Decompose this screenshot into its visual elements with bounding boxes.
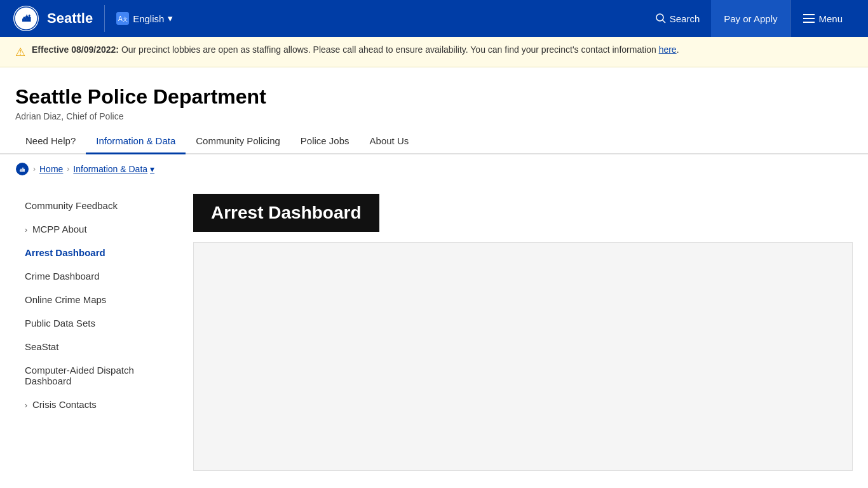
svg-text:🏙: 🏙 (20, 167, 25, 173)
search-label: Search (670, 13, 700, 24)
language-selector[interactable]: A 文 English ▾ (105, 12, 173, 25)
alert-message: Our precinct lobbies are open as staffin… (121, 44, 656, 55)
warning-icon: ⚠ (15, 45, 25, 59)
breadcrumb-section[interactable]: Information & Data ▾ (73, 164, 154, 174)
sidebar-item-crime-dashboard[interactable]: Crime Dashboard (15, 264, 178, 288)
nav-item-about-us[interactable]: About Us (360, 129, 419, 154)
department-title: Seattle Police Department (15, 85, 853, 109)
chevron-right-icon-crisis: › (25, 401, 27, 410)
lang-chevron-icon: ▾ (168, 13, 173, 24)
menu-button[interactable]: Menu (790, 0, 855, 37)
header-actions: Search Pay or Apply Menu (644, 0, 855, 37)
translate-icon: A 文 (116, 12, 129, 25)
department-header: Seattle Police Department Adrian Diaz, C… (0, 67, 868, 129)
sidebar-item-seastat[interactable]: SeaStat (15, 335, 178, 358)
main-content: Arrest Dashboard (193, 194, 853, 471)
breadcrumb-home[interactable]: Home (39, 164, 63, 174)
sidebar-item-mcpp-about[interactable]: › MCPP About (15, 217, 178, 241)
svg-text:A: A (118, 15, 123, 22)
header-logo-area: 🏙 Seattle (13, 5, 105, 32)
menu-label: Menu (818, 13, 843, 24)
nav-item-need-help[interactable]: Need Help? (15, 129, 86, 154)
alert-text: Effective 08/09/2022: Our precinct lobbi… (32, 44, 679, 55)
alert-banner: ⚠ Effective 08/09/2022: Our precinct lob… (0, 37, 868, 67)
sidebar: Community Feedback › MCPP About Arrest D… (15, 194, 193, 471)
breadcrumb-sep-1: › (33, 165, 36, 173)
nav-item-police-jobs[interactable]: Police Jobs (290, 129, 360, 154)
svg-text:🏙: 🏙 (22, 14, 31, 24)
city-name: Seattle (47, 10, 93, 27)
breadcrumb: 🏙 › Home › Information & Data ▾ (0, 154, 868, 184)
search-icon (656, 13, 666, 24)
sidebar-item-online-crime-maps[interactable]: Online Crime Maps (15, 288, 178, 311)
page-title-banner: Arrest Dashboard (193, 194, 379, 232)
site-header: 🏙 Seattle A 文 English ▾ Search Pay or Ap… (0, 0, 868, 37)
svg-line-7 (662, 20, 665, 24)
pay-label: Pay or Apply (724, 13, 777, 24)
sidebar-item-public-data-sets[interactable]: Public Data Sets (15, 311, 178, 335)
department-subtitle: Adrian Diaz, Chief of Police (15, 111, 853, 121)
page-title: Arrest Dashboard (211, 203, 362, 222)
sidebar-item-crisis-contacts[interactable]: › Crisis Contacts (15, 393, 178, 416)
sidebar-item-arrest-dashboard[interactable]: Arrest Dashboard (15, 241, 178, 264)
alert-link[interactable]: here (659, 44, 677, 55)
breadcrumb-sep-2: › (67, 165, 69, 173)
main-layout: Community Feedback › MCPP About Arrest D… (0, 184, 868, 481)
nav-item-community-policing[interactable]: Community Policing (186, 129, 290, 154)
sidebar-item-cad-dashboard[interactable]: Computer-Aided Dispatch Dashboard (15, 358, 178, 393)
svg-text:文: 文 (123, 17, 128, 22)
language-label: English (133, 13, 164, 24)
breadcrumb-chevron-icon: ▾ (150, 164, 154, 174)
pay-or-apply-button[interactable]: Pay or Apply (711, 0, 790, 37)
hamburger-icon (803, 14, 815, 23)
sidebar-item-community-feedback[interactable]: Community Feedback (15, 194, 178, 217)
search-button[interactable]: Search (644, 13, 712, 24)
svg-point-6 (656, 14, 663, 21)
chevron-right-icon: › (25, 226, 27, 234)
breadcrumb-logo-icon: 🏙 (15, 162, 29, 176)
alert-effective-label: Effective 08/09/2022: (32, 44, 119, 55)
nav-item-information-data[interactable]: Information & Data (86, 129, 186, 154)
main-nav: Need Help? Information & Data Community … (0, 129, 868, 154)
content-iframe-placeholder (193, 242, 853, 471)
seattle-logo-icon: 🏙 (13, 5, 39, 32)
